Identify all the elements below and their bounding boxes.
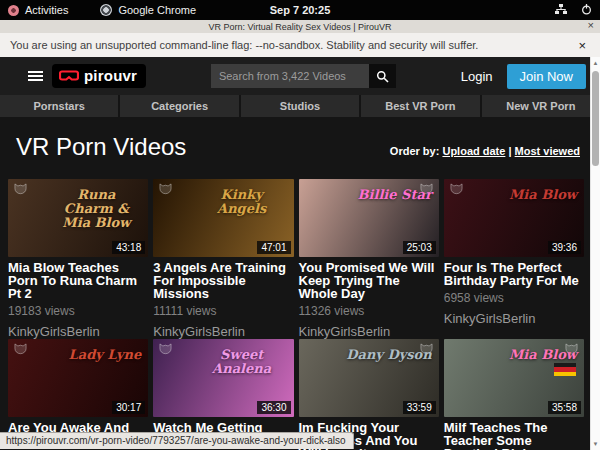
video-duration-badge: 25:03 (403, 241, 436, 254)
activities-button[interactable]: Activities (25, 4, 68, 16)
order-separator: | (508, 145, 511, 157)
infobar-close-icon[interactable]: × (578, 38, 590, 53)
video-studio-link[interactable]: KinkyGirlsBerlin (153, 324, 293, 339)
order-upload-date-link[interactable]: Upload date (442, 145, 505, 157)
german-flag-icon (554, 363, 576, 376)
video-duration-badge: 39:36 (548, 241, 581, 254)
video-duration-badge: 35:58 (548, 401, 581, 414)
video-studio-link[interactable]: KinkyGirlsBerlin (299, 324, 439, 339)
video-studio-link[interactable]: KinkyGirlsBerlin (444, 311, 584, 326)
video-title-link[interactable]: You Promised We Will Keep Trying The Who… (299, 261, 439, 300)
video-title-link[interactable]: Four Is The Perfect Birthday Party For M… (444, 261, 584, 287)
studio-watermark-icon (13, 183, 28, 196)
screen: Activities Google Chrome Sep 7 20:25 VR … (0, 0, 600, 450)
vr-goggles-icon (59, 70, 79, 82)
thumbnail-overlay-name: Dany Dyson (346, 348, 432, 362)
nav-item-best-vr[interactable]: Best VR Porn (361, 95, 479, 117)
video-thumbnail[interactable]: Mia Blow 35:58 (444, 339, 584, 417)
search-button[interactable] (369, 64, 396, 88)
site-logo-text: pirouvr (84, 67, 137, 84)
studio-watermark-icon (158, 183, 173, 196)
video-card[interactable]: Mia Blow 35:58 Milf Teaches The Teacher … (444, 339, 584, 450)
video-views: 6958 views (444, 292, 584, 305)
thumbnail-overlay-name: Runa Charm & Mia Blow (52, 188, 142, 229)
taskbar-app-label[interactable]: Google Chrome (118, 4, 196, 16)
studio-watermark-icon (13, 343, 28, 356)
video-thumbnail[interactable]: Kinky Angels 47:01 (153, 179, 293, 257)
nav-item-studios[interactable]: Studios (241, 95, 359, 117)
search-bar (211, 64, 396, 88)
video-card[interactable]: Runa Charm & Mia Blow 43:18 Mia Blow Tea… (8, 179, 148, 339)
studio-watermark-icon (158, 343, 173, 356)
thumbnail-overlay-name: Lady Lyne (69, 348, 142, 362)
video-thumbnail[interactable]: Mia Blow 39:36 (444, 179, 584, 257)
main-nav: Pornstars Categories Studios Best VR Por… (0, 95, 600, 117)
video-duration-badge: 36:30 (257, 401, 290, 414)
network-icon[interactable] (555, 4, 567, 17)
nav-item-pornstars[interactable]: Pornstars (0, 95, 118, 117)
window-title: VR Porn: Virtual Reality Sex Videos | Pi… (208, 22, 391, 32)
search-icon (376, 70, 389, 83)
scrollbar-thumb[interactable] (592, 71, 599, 166)
status-url-bar: https://pirouvr.com/vr-porn-video/779325… (0, 432, 354, 449)
site-logo[interactable]: pirouvr (52, 64, 146, 88)
window-title-bar: VR Porn: Virtual Reality Sex Videos | Pi… (0, 20, 600, 33)
video-studio-link[interactable]: KinkyGirlsBerlin (8, 324, 148, 339)
video-title-link[interactable]: 3 Angels Are Training For Impossible Mis… (153, 261, 293, 300)
video-title-link[interactable]: Milf Teaches The Teacher Some Practical … (444, 421, 584, 450)
video-duration-badge: 33:59 (403, 401, 436, 414)
video-card[interactable]: Kinky Angels 47:01 3 Angels Are Training… (153, 179, 293, 339)
search-input[interactable] (211, 64, 369, 88)
window-close-icon[interactable]: × (588, 19, 594, 31)
video-views: 11326 views (299, 305, 439, 318)
login-link[interactable]: Login (461, 69, 493, 84)
video-thumbnail[interactable]: Dany Dyson 33:59 (299, 339, 439, 417)
page-head: VR Porn Videos Order by: Upload date | M… (0, 117, 600, 161)
chrome-icon (100, 4, 112, 16)
video-thumbnail[interactable]: Runa Charm & Mia Blow 43:18 (8, 179, 148, 257)
video-duration-badge: 47:01 (257, 241, 290, 254)
thumbnail-overlay-name: Sweet Analena (197, 348, 287, 375)
join-now-button[interactable]: Join Now (507, 64, 586, 89)
thumbnail-overlay-name: Kinky Angels (197, 188, 287, 215)
video-thumbnail[interactable]: Lady Lyne 30:17 (8, 339, 148, 417)
scrollbar-up-icon[interactable]: ▲ (591, 57, 600, 69)
video-duration-badge: 30:17 (112, 401, 145, 414)
menu-hamburger-icon[interactable] (28, 71, 43, 81)
site-header: pirouvr Login Join Now (0, 57, 600, 95)
clock[interactable]: Sep 7 20:25 (270, 4, 331, 16)
thumbnail-overlay-name: Billie Star (358, 188, 432, 202)
scrollbar-down-icon[interactable]: ▼ (591, 438, 600, 450)
video-title-link[interactable]: Mia Blow Teaches Porn To Runa Charm Pt 2 (8, 261, 148, 300)
studio-watermark-icon (449, 183, 464, 196)
order-by: Order by: Upload date | Most viewed (390, 145, 580, 161)
sandbox-warning-infobar: You are using an unsupported command-lin… (0, 33, 600, 57)
video-thumbnail[interactable]: Billie Star 25:03 (299, 179, 439, 257)
nav-item-categories[interactable]: Categories (120, 95, 238, 117)
recording-indicator-icon (8, 5, 19, 16)
video-card[interactable]: Mia Blow 39:36 Four Is The Perfect Birth… (444, 179, 584, 339)
system-bar: Activities Google Chrome Sep 7 20:25 (0, 0, 600, 20)
nav-item-new-vr[interactable]: New VR Porn (482, 95, 600, 117)
page-title: VR Porn Videos (16, 133, 186, 161)
video-views: 19183 views (8, 305, 148, 318)
video-thumbnail[interactable]: Sweet Analena 36:30 (153, 339, 293, 417)
scrollbar[interactable]: ▲ ▼ (590, 57, 600, 450)
order-most-viewed-link[interactable]: Most viewed (515, 145, 580, 157)
order-by-label: Order by: (390, 145, 440, 157)
power-icon[interactable] (581, 4, 592, 17)
video-card[interactable]: Billie Star 25:03 You Promised We Will K… (299, 179, 439, 339)
video-grid: Runa Charm & Mia Blow 43:18 Mia Blow Tea… (8, 179, 584, 450)
infobar-message: You are using an unsupported command-lin… (10, 39, 478, 51)
video-duration-badge: 43:18 (112, 241, 145, 254)
thumbnail-overlay-name: Mia Blow (509, 188, 577, 202)
video-views: 11111 views (153, 305, 293, 318)
thumbnail-overlay-name: Mia Blow (509, 348, 577, 362)
web-page: pirouvr Login Join Now Pornstars Categor… (0, 57, 600, 450)
